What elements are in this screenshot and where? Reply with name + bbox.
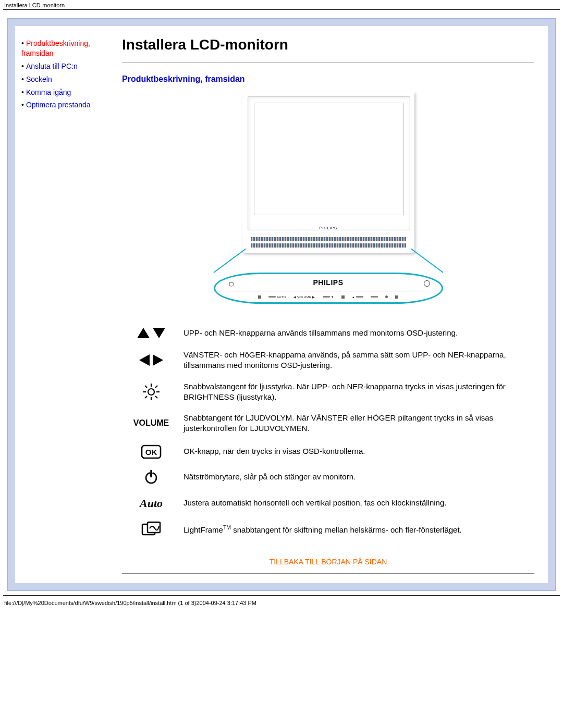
bullet-icon: •	[21, 75, 24, 83]
sidebar-item-label: Optimera prestanda	[26, 101, 91, 109]
controls-description-table: UPP- och NER-knapparna används tillsamma…	[122, 320, 534, 544]
panel-volume-label: VOLUME	[297, 295, 311, 299]
left-right-icon	[125, 353, 177, 367]
section-bottom-rule	[122, 573, 534, 574]
svg-text:OK: OK	[145, 448, 157, 456]
desc-row-ok: OK OK-knapp, när den trycks in visas OSD…	[122, 440, 534, 463]
sidebar: •Produktbeskrivning, framsidan •Ansluta …	[15, 26, 117, 583]
desc-text: LightFrameTM snabbtangent för skiftning …	[180, 517, 534, 542]
svg-line-12	[155, 396, 157, 398]
svg-rect-20	[150, 470, 152, 476]
panel-btn-volume: ◀ VOLUME ▶	[293, 295, 315, 299]
sidebar-item-label: Produktbeskrivning, framsidan	[21, 39, 90, 57]
lightframe-tm: TM	[223, 524, 231, 530]
zoom-lines	[209, 252, 448, 273]
desc-text: UPP- och NER-knapparna används tillsamma…	[180, 323, 534, 343]
svg-line-1	[411, 249, 443, 273]
panel-btn-ok	[341, 295, 345, 299]
back-to-top-label: TILLBAKA TILL BÖRJAN PÅ SIDAN	[270, 558, 387, 566]
panel-led	[385, 295, 388, 299]
svg-point-6	[148, 389, 154, 395]
desc-row-up-down: UPP- och NER-knapparna används tillsamma…	[122, 323, 534, 343]
desc-row-brightness: Snabbvalstangent för ljusstyrka. När UPP…	[122, 377, 534, 407]
svg-marker-3	[153, 328, 165, 338]
section-title: Produktbeskrivning, framsidan	[122, 75, 534, 84]
svg-marker-4	[139, 354, 150, 366]
desc-row-left-right: VäNSTER- och HöGER-knapparna används, på…	[122, 346, 534, 375]
volume-icon: VOLUME	[133, 418, 169, 427]
desc-text: OK-knapp, när den trycks in visas OSD-ko…	[180, 440, 534, 463]
ok-icon: OK	[125, 445, 177, 459]
panel-divider	[226, 291, 431, 291]
monitor-speaker-strip-bottom	[251, 243, 406, 248]
desc-text: VäNSTER- och HöGER-knapparna används, på…	[180, 346, 534, 375]
sidebar-item-base[interactable]: •Sockeln	[21, 75, 113, 84]
sidebar-item-optimize[interactable]: •Optimera prestanda	[21, 100, 113, 110]
panel-row-brand: PHILIPS	[223, 278, 434, 287]
desc-text: Nätströmbrytare, slår på och stänger av …	[180, 465, 534, 489]
power-small-icon	[424, 280, 430, 287]
panel-row-buttons: AUTO ◀ VOLUME ▶ ▼ ▲	[223, 295, 434, 299]
sidebar-item-product-front[interactable]: •Produktbeskrivning, framsidan	[21, 39, 113, 58]
desc-row-volume: VOLUME Snabbtangent för LJUDVOLYM. När V…	[122, 409, 534, 438]
page-title: Installera LCD-monitorn	[122, 36, 534, 53]
panel-brand-label: PHILIPS	[313, 278, 344, 287]
monitor-brand-label: PHILIPS	[319, 226, 337, 230]
layout-table: •Produktbeskrivning, framsidan •Ansluta …	[15, 26, 548, 583]
desc-text: Justera automatiskt horisontell och vert…	[180, 491, 534, 515]
bullet-icon: •	[21, 62, 24, 70]
brightness-icon	[125, 383, 177, 401]
svg-line-14	[145, 396, 147, 398]
monitor-screen	[254, 103, 404, 215]
panel-btn-power	[395, 295, 398, 299]
document-inner: •Produktbeskrivning, framsidan •Ansluta …	[15, 26, 548, 583]
sidebar-item-getting-started[interactable]: •Komma igång	[21, 88, 113, 97]
svg-marker-5	[153, 354, 163, 366]
top-rule	[3, 9, 560, 10]
auto-icon: Auto	[140, 497, 163, 510]
panel-auto-label: AUTO	[277, 295, 286, 299]
bullet-icon: •	[21, 88, 24, 96]
header-path: Installera LCD-monitorn	[0, 0, 563, 9]
power-icon	[125, 470, 177, 485]
desc-text: Snabbtangent för LJUDVOLYM. När VÄNSTER …	[180, 409, 534, 438]
sidebar-item-label: Komma igång	[26, 88, 71, 96]
up-down-icon	[125, 327, 177, 339]
document-frame: •Produktbeskrivning, framsidan •Ansluta …	[7, 18, 556, 591]
svg-line-13	[155, 386, 157, 388]
svg-marker-2	[137, 328, 150, 338]
svg-line-11	[145, 386, 147, 388]
main-content: Installera LCD-monitorn Produktbeskrivni…	[117, 26, 548, 583]
desc-row-power: Nätströmbrytare, slår på och stänger av …	[122, 465, 534, 489]
sidebar-item-label: Sockeln	[26, 75, 52, 83]
monitor-illustration: PHILIPS ▢	[209, 91, 448, 304]
footer-path: file:///D|/My%20Documents/dfu/W9/swedish…	[0, 596, 563, 608]
sidebar-item-connect-pc[interactable]: •Ansluta till PC:n	[21, 61, 113, 71]
page: Installera LCD-monitorn •Produktbeskrivn…	[0, 0, 563, 728]
monitor-front: PHILIPS	[242, 91, 414, 253]
back-to-top-link[interactable]: TILLBAKA TILL BÖRJAN PÅ SIDAN	[122, 558, 534, 566]
svg-line-0	[214, 249, 246, 273]
panel-btn-brightness	[371, 295, 378, 299]
title-rule	[122, 63, 534, 63]
lightframe-suffix: snabbtangent för skiftning mellan helskä…	[231, 525, 462, 534]
bullet-icon: •	[21, 39, 24, 47]
desc-row-lightframe: LightFrameTM snabbtangent för skiftning …	[122, 517, 534, 542]
sidebar-item-label: Ansluta till PC:n	[26, 62, 78, 70]
desc-text: Snabbvalstangent för ljusstyrka. När UPP…	[180, 377, 534, 407]
panel-btn-auto: AUTO	[268, 295, 286, 299]
lightframe-icon	[125, 521, 177, 538]
monitor-control-panel: ▢ PHILIPS AUTO ◀ VOLUME ▶	[214, 273, 443, 304]
desc-row-auto: Auto Justera automatiskt horisontell och…	[122, 491, 534, 515]
panel-btn-down: ▼	[323, 295, 334, 299]
panel-btn-up: ▲	[352, 295, 363, 299]
panel-btn-lightframe	[258, 295, 261, 299]
monitor-speaker-strip-top	[251, 237, 406, 241]
lightframe-prefix: LightFrame	[183, 525, 223, 534]
lightframe-small-icon: ▢	[229, 281, 234, 287]
bullet-icon: •	[21, 101, 24, 109]
